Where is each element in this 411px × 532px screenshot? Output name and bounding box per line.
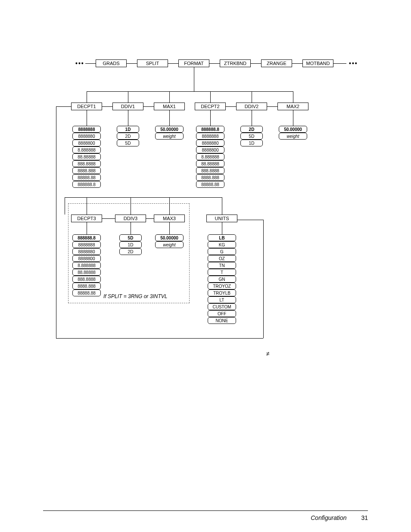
conn-line [222, 222, 222, 234]
node-grads: GRADS [96, 59, 127, 67]
conn-line [251, 63, 261, 64]
opt-ddiv3-1: 1D [119, 241, 142, 248]
opt-decpt3-2: 8888880 [72, 248, 101, 255]
conn-line [65, 197, 222, 198]
conn-line [102, 106, 112, 107]
opt-units-3: OZ [208, 255, 236, 262]
opt-units-11: OFF [208, 310, 236, 317]
opt-decpt1-2: 8888800 [72, 140, 101, 146]
conn-line [226, 106, 236, 107]
conn-line [85, 63, 96, 64]
node-ddiv1: DDIV1 [112, 103, 143, 110]
conn-line [128, 110, 128, 126]
opt-decpt2-6: 888.8888 [196, 167, 224, 174]
opt-decpt2-4: 8.888888 [196, 153, 224, 160]
opt-ddiv1-1: 2D [117, 133, 139, 140]
node-ztrkbnd: ZTRKBND [220, 59, 251, 67]
node-units: UNITS [206, 215, 237, 222]
conn-line [333, 63, 346, 64]
opt-decpt3-7: 8888.888 [72, 283, 101, 289]
opt-units-5: T [208, 269, 236, 276]
conn-line [56, 106, 71, 107]
opt-decpt1-1: 8888880 [72, 133, 101, 140]
conn-line [252, 91, 252, 103]
conn-line [168, 63, 178, 64]
opt-decpt3-1: 8888888 [72, 241, 101, 248]
opt-decpt3-0: 888888.8 [72, 234, 101, 241]
opt-decpt1-0: 8888888 [72, 126, 101, 133]
opt-decpt3-6: 888.8888 [72, 276, 101, 283]
opt-ddiv3-0: 5D [119, 234, 142, 241]
opt-max2-1: weight [279, 133, 307, 140]
node-split: SPLIT [137, 59, 168, 67]
opt-decpt1-5: 888.8888 [72, 160, 101, 167]
conn-line [128, 91, 128, 103]
opt-max3-1: weight [155, 241, 184, 248]
conn-line [267, 106, 277, 107]
opt-decpt3-4: 8.888888 [72, 262, 101, 269]
node-decpt2: DECPT2 [195, 103, 226, 110]
opt-decpt1-6: 8888.888 [72, 167, 101, 174]
neq-symbol: ≠ [266, 350, 270, 357]
opt-ddiv1-2: 5D [117, 140, 139, 146]
conn-line [293, 110, 293, 126]
opt-decpt2-1: 8888888 [196, 133, 224, 140]
opt-decpt1-3: 8.888888 [72, 146, 101, 153]
opt-units-6: GN [208, 276, 236, 283]
opt-units-9: LT [208, 296, 236, 303]
node-motband: MOTBAND [302, 59, 333, 67]
opt-units-2: G [208, 248, 236, 255]
conn-line [209, 63, 220, 64]
conn-line [169, 110, 170, 126]
opt-ddiv2-1: 5D [240, 133, 263, 140]
conn-line [87, 110, 87, 126]
opt-decpt3-8: 88888.88 [72, 289, 101, 296]
node-zrange: ZRANGE [261, 59, 292, 67]
opt-ddiv1-0: 1D [117, 126, 139, 133]
opt-units-10: CUSTOM [208, 303, 236, 310]
opt-max1-1: weight [155, 133, 184, 140]
opt-decpt2-0: 888888.8 [196, 126, 224, 133]
footer-page: 31 [361, 514, 368, 521]
opt-units-4: TN [208, 262, 236, 269]
opt-ddiv2-0: 2D [240, 126, 263, 133]
conn-line [292, 63, 302, 64]
opt-decpt2-3: 8888800 [196, 146, 224, 153]
conn-line [169, 91, 170, 103]
conn-line [252, 110, 252, 126]
opt-units-1: KG [208, 241, 236, 248]
conn-line [263, 220, 264, 338]
opt-units-7: TROYOZ [208, 283, 236, 289]
page-footer: Configuration 31 [43, 510, 368, 521]
opt-decpt2-5: 88.88888 [196, 160, 224, 167]
conn-line [87, 91, 293, 92]
opt-decpt3-5: 88.88888 [72, 269, 101, 276]
conn-line [56, 106, 56, 338]
opt-units-12: NONE [208, 317, 236, 324]
opt-ddiv2-2: 1D [240, 140, 263, 146]
node-format: FORMAT [178, 59, 209, 67]
opt-decpt1-7: 88888.88 [72, 174, 101, 181]
opt-decpt2-2: 8888880 [196, 140, 224, 146]
conn-line [210, 91, 211, 103]
opt-ddiv3-2: 2D [119, 248, 142, 255]
node-ddiv2: DDIV2 [236, 103, 267, 110]
opt-max3-0: 50.00000 [155, 234, 184, 241]
ellipsis-right: ••• [349, 60, 358, 67]
opt-max1-0: 50.00000 [155, 126, 184, 133]
opt-decpt3-3: 8888800 [72, 255, 101, 262]
opt-decpt2-8: 88888.88 [196, 181, 224, 188]
conn-line [222, 197, 222, 215]
split-note: If SPLIT = 3RNG or 3INTVL [103, 293, 167, 299]
node-max2: MAX2 [277, 103, 308, 110]
conn-line [65, 197, 65, 215]
opt-units-0: LB [208, 234, 236, 241]
conn-line [56, 338, 263, 339]
opt-decpt1-4: 88.88888 [72, 153, 101, 160]
conn-line [127, 63, 137, 64]
conn-line [87, 91, 87, 103]
conn-line [143, 106, 154, 107]
opt-decpt1-8: 888888.8 [72, 181, 101, 188]
opt-decpt2-7: 8888.888 [196, 174, 224, 181]
node-decpt1: DECPT1 [71, 103, 102, 110]
